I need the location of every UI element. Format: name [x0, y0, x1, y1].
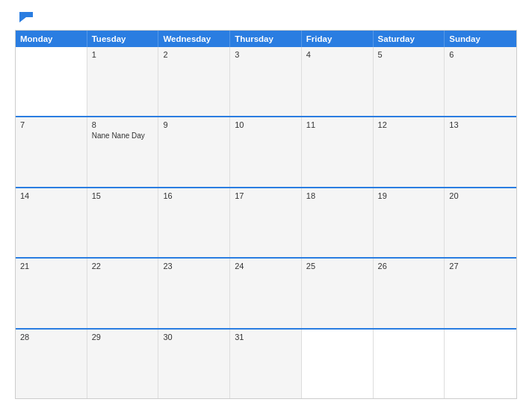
calendar-day: 20: [445, 188, 516, 257]
calendar-day: 27: [445, 259, 516, 327]
calendar-day: 22: [87, 259, 159, 327]
calendar-day: 4: [302, 47, 374, 116]
calendar-day: 9: [158, 117, 230, 186]
calendar-header-cell: Thursday: [230, 31, 302, 47]
logo: [15, 12, 33, 22]
day-number: 5: [378, 50, 440, 59]
calendar-day: 30: [158, 330, 230, 398]
calendar-day: 16: [158, 188, 230, 257]
calendar-day: 29: [87, 330, 159, 398]
calendar-header-cell: Sunday: [445, 31, 516, 47]
calendar-body: 12345678Nane Nane Day9101112131415161718…: [16, 47, 516, 398]
calendar-day: 12: [374, 117, 445, 186]
calendar-page: MondayTuesdayWednesdayThursdayFridaySatu…: [0, 0, 532, 411]
calendar-day: 24: [230, 259, 302, 327]
calendar-week: 21222324252627: [16, 257, 516, 327]
calendar-day: 17: [230, 188, 302, 257]
calendar-day: 31: [230, 330, 302, 398]
day-number: 1: [92, 50, 154, 59]
calendar-header-cell: Friday: [302, 31, 374, 47]
calendar-day: [302, 330, 374, 398]
day-number: 20: [449, 191, 512, 200]
calendar-day: 8Nane Nane Day: [87, 117, 159, 186]
logo-flag-icon: [19, 12, 33, 22]
day-number: 3: [235, 50, 297, 59]
calendar-day: 6: [445, 47, 516, 116]
day-number: 19: [378, 191, 440, 200]
day-number: 21: [20, 262, 82, 271]
calendar-week: 28293031: [16, 328, 516, 398]
calendar-day: 5: [374, 47, 445, 116]
day-number: 15: [92, 191, 154, 200]
calendar-day: 10: [230, 117, 302, 186]
day-number: 4: [306, 50, 368, 59]
day-number: 26: [378, 262, 440, 271]
calendar-day: [374, 330, 445, 398]
calendar-header-cell: Wednesday: [158, 31, 230, 47]
day-number: 11: [306, 120, 368, 129]
day-number: 13: [449, 120, 512, 129]
calendar-day: 26: [374, 259, 445, 327]
calendar-day: 14: [16, 188, 87, 257]
calendar-day: 1: [87, 47, 159, 116]
calendar-day: 19: [374, 188, 445, 257]
day-number: 12: [378, 120, 440, 129]
calendar-day: 21: [16, 259, 87, 327]
day-number: 18: [306, 191, 368, 200]
calendar-day: 2: [158, 47, 230, 116]
day-number: 30: [163, 333, 225, 342]
day-number: 10: [235, 120, 297, 129]
day-number: 14: [20, 191, 82, 200]
day-number: 16: [163, 191, 225, 200]
calendar-day: 23: [158, 259, 230, 327]
day-number: 8: [92, 120, 154, 129]
calendar-header-cell: Saturday: [374, 31, 445, 47]
calendar-week: 14151617181920: [16, 187, 516, 257]
day-number: 9: [163, 120, 225, 129]
calendar-day: 13: [445, 117, 516, 186]
day-number: 25: [306, 262, 368, 271]
calendar-day: 15: [87, 188, 159, 257]
calendar-day: 18: [302, 188, 374, 257]
calendar-header-cell: Monday: [16, 31, 87, 47]
day-number: 28: [20, 333, 82, 342]
day-number: 23: [163, 262, 225, 271]
header: [15, 12, 517, 22]
day-number: 29: [92, 333, 154, 342]
calendar-day: 3: [230, 47, 302, 116]
day-number: 22: [92, 262, 154, 271]
day-number: 7: [20, 120, 82, 129]
calendar-day: 25: [302, 259, 374, 327]
calendar-day: 7: [16, 117, 87, 186]
day-number: 2: [163, 50, 225, 59]
day-number: 24: [235, 262, 297, 271]
calendar-day: 28: [16, 330, 87, 398]
day-number: 31: [235, 333, 297, 342]
calendar-header-cell: Tuesday: [87, 31, 159, 47]
calendar-header: MondayTuesdayWednesdayThursdayFridaySatu…: [16, 31, 516, 47]
calendar: MondayTuesdayWednesdayThursdayFridaySatu…: [15, 30, 517, 399]
day-number: 17: [235, 191, 297, 200]
day-event: Nane Nane Day: [92, 131, 154, 140]
day-number: 6: [449, 50, 512, 59]
calendar-day: 11: [302, 117, 374, 186]
day-number: 27: [449, 262, 512, 271]
calendar-week: 78Nane Nane Day910111213: [16, 116, 516, 186]
calendar-week: 123456: [16, 47, 516, 116]
calendar-day: [445, 330, 516, 398]
calendar-day: [16, 47, 87, 116]
